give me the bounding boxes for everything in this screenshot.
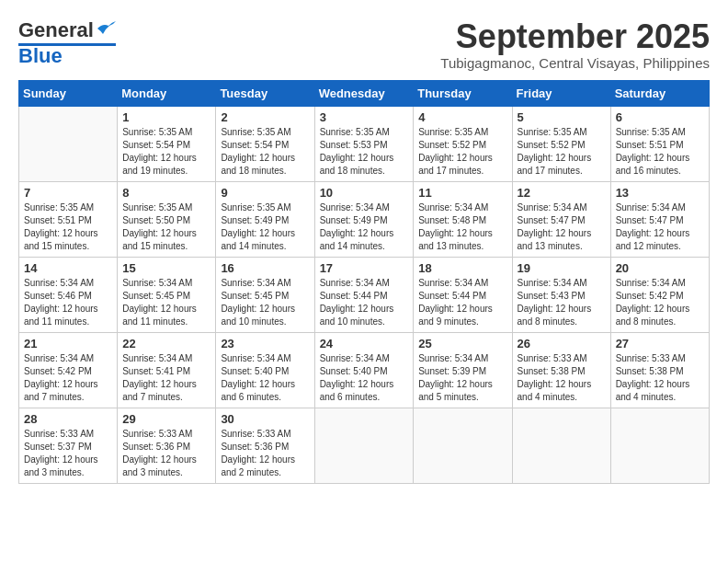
day-info: Sunrise: 5:34 AMSunset: 5:39 PMDaylight:… <box>418 352 506 404</box>
calendar-day-cell: 1Sunrise: 5:35 AMSunset: 5:54 PMDaylight… <box>118 106 216 181</box>
logo-general: General <box>18 18 94 42</box>
calendar-day-cell: 2Sunrise: 5:35 AMSunset: 5:54 PMDaylight… <box>216 106 314 181</box>
day-info: Sunrise: 5:33 AMSunset: 5:38 PMDaylight:… <box>616 352 704 404</box>
day-number: 3 <box>320 110 409 124</box>
day-number: 2 <box>221 110 309 124</box>
calendar-day-cell: 21Sunrise: 5:34 AMSunset: 5:42 PMDayligh… <box>19 332 118 408</box>
day-number: 18 <box>418 261 506 275</box>
page-header: General Blue September 2025 Tubigagmanoc… <box>18 18 710 71</box>
calendar-day-cell: 22Sunrise: 5:34 AMSunset: 5:41 PMDayligh… <box>118 332 216 408</box>
day-number: 22 <box>122 337 210 350</box>
day-number: 17 <box>320 261 409 275</box>
weekday-header-sunday: Sunday <box>19 80 118 106</box>
logo-bird-icon <box>96 21 116 36</box>
calendar-day-cell: 15Sunrise: 5:34 AMSunset: 5:45 PMDayligh… <box>118 257 216 332</box>
day-info: Sunrise: 5:34 AMSunset: 5:47 PMDaylight:… <box>518 201 606 253</box>
weekday-header-friday: Friday <box>512 80 610 106</box>
calendar-day-cell: 8Sunrise: 5:35 AMSunset: 5:50 PMDaylight… <box>118 181 216 257</box>
logo: General Blue <box>18 18 116 66</box>
day-number: 24 <box>320 337 409 350</box>
calendar-day-cell <box>610 408 709 483</box>
calendar-day-cell: 17Sunrise: 5:34 AMSunset: 5:44 PMDayligh… <box>314 257 414 332</box>
calendar-day-cell: 20Sunrise: 5:34 AMSunset: 5:42 PMDayligh… <box>610 257 709 332</box>
day-info: Sunrise: 5:34 AMSunset: 5:42 PMDaylight:… <box>616 277 704 328</box>
day-number: 14 <box>24 261 112 275</box>
calendar-day-cell: 26Sunrise: 5:33 AMSunset: 5:38 PMDayligh… <box>512 332 610 408</box>
day-info: Sunrise: 5:33 AMSunset: 5:37 PMDaylight:… <box>24 428 112 479</box>
calendar-day-cell: 4Sunrise: 5:35 AMSunset: 5:52 PMDaylight… <box>414 106 512 181</box>
day-info: Sunrise: 5:35 AMSunset: 5:49 PMDaylight:… <box>221 201 309 253</box>
calendar-day-cell <box>19 106 118 181</box>
day-number: 15 <box>122 261 210 275</box>
calendar-day-cell: 12Sunrise: 5:34 AMSunset: 5:47 PMDayligh… <box>512 181 610 257</box>
weekday-header-monday: Monday <box>118 80 216 106</box>
title-block: September 2025 Tubigagmanoc, Central Vis… <box>440 18 710 71</box>
day-info: Sunrise: 5:34 AMSunset: 5:44 PMDaylight:… <box>418 277 506 328</box>
calendar-day-cell <box>414 408 512 483</box>
calendar-week-row: 7Sunrise: 5:35 AMSunset: 5:51 PMDaylight… <box>19 181 710 257</box>
calendar-header-row: SundayMondayTuesdayWednesdayThursdayFrid… <box>19 80 710 106</box>
weekday-header-thursday: Thursday <box>414 80 512 106</box>
calendar-day-cell: 18Sunrise: 5:34 AMSunset: 5:44 PMDayligh… <box>414 257 512 332</box>
calendar-day-cell: 10Sunrise: 5:34 AMSunset: 5:49 PMDayligh… <box>314 181 414 257</box>
calendar-day-cell: 28Sunrise: 5:33 AMSunset: 5:37 PMDayligh… <box>19 408 118 483</box>
weekday-header-wednesday: Wednesday <box>314 80 414 106</box>
day-number: 5 <box>518 110 606 124</box>
day-info: Sunrise: 5:35 AMSunset: 5:54 PMDaylight:… <box>122 126 210 178</box>
day-number: 23 <box>221 337 309 350</box>
day-info: Sunrise: 5:35 AMSunset: 5:54 PMDaylight:… <box>221 126 309 178</box>
day-info: Sunrise: 5:35 AMSunset: 5:52 PMDaylight:… <box>418 126 506 178</box>
day-info: Sunrise: 5:34 AMSunset: 5:40 PMDaylight:… <box>221 352 309 404</box>
day-info: Sunrise: 5:34 AMSunset: 5:44 PMDaylight:… <box>320 277 409 328</box>
day-number: 12 <box>518 186 606 200</box>
calendar-day-cell: 29Sunrise: 5:33 AMSunset: 5:36 PMDayligh… <box>118 408 216 483</box>
day-number: 19 <box>518 261 606 275</box>
calendar-day-cell: 24Sunrise: 5:34 AMSunset: 5:40 PMDayligh… <box>314 332 414 408</box>
day-info: Sunrise: 5:35 AMSunset: 5:52 PMDaylight:… <box>518 126 606 178</box>
day-number: 9 <box>221 186 309 200</box>
calendar-day-cell: 13Sunrise: 5:34 AMSunset: 5:47 PMDayligh… <box>610 181 709 257</box>
day-info: Sunrise: 5:34 AMSunset: 5:41 PMDaylight:… <box>122 352 210 404</box>
weekday-header-saturday: Saturday <box>610 80 709 106</box>
calendar-day-cell: 30Sunrise: 5:33 AMSunset: 5:36 PMDayligh… <box>216 408 314 483</box>
day-info: Sunrise: 5:34 AMSunset: 5:46 PMDaylight:… <box>24 277 112 328</box>
day-info: Sunrise: 5:34 AMSunset: 5:43 PMDaylight:… <box>518 277 606 328</box>
day-info: Sunrise: 5:35 AMSunset: 5:50 PMDaylight:… <box>122 201 210 253</box>
day-info: Sunrise: 5:35 AMSunset: 5:51 PMDaylight:… <box>616 126 704 178</box>
day-info: Sunrise: 5:34 AMSunset: 5:42 PMDaylight:… <box>24 352 112 404</box>
calendar-day-cell: 23Sunrise: 5:34 AMSunset: 5:40 PMDayligh… <box>216 332 314 408</box>
day-number: 21 <box>24 337 112 350</box>
day-info: Sunrise: 5:34 AMSunset: 5:45 PMDaylight:… <box>221 277 309 328</box>
calendar-day-cell: 7Sunrise: 5:35 AMSunset: 5:51 PMDaylight… <box>19 181 118 257</box>
calendar-week-row: 21Sunrise: 5:34 AMSunset: 5:42 PMDayligh… <box>19 332 710 408</box>
calendar-day-cell: 19Sunrise: 5:34 AMSunset: 5:43 PMDayligh… <box>512 257 610 332</box>
day-number: 30 <box>221 412 309 426</box>
calendar-day-cell <box>314 408 414 483</box>
calendar-day-cell: 9Sunrise: 5:35 AMSunset: 5:49 PMDaylight… <box>216 181 314 257</box>
month-title: September 2025 <box>440 18 710 55</box>
day-info: Sunrise: 5:33 AMSunset: 5:36 PMDaylight:… <box>221 428 309 479</box>
day-number: 26 <box>518 337 606 350</box>
calendar-table: SundayMondayTuesdayWednesdayThursdayFrid… <box>18 80 710 484</box>
day-info: Sunrise: 5:34 AMSunset: 5:48 PMDaylight:… <box>418 201 506 253</box>
calendar-day-cell: 11Sunrise: 5:34 AMSunset: 5:48 PMDayligh… <box>414 181 512 257</box>
day-number: 4 <box>418 110 506 124</box>
day-number: 13 <box>616 186 704 200</box>
day-number: 10 <box>320 186 409 200</box>
calendar-day-cell: 5Sunrise: 5:35 AMSunset: 5:52 PMDaylight… <box>512 106 610 181</box>
day-info: Sunrise: 5:33 AMSunset: 5:36 PMDaylight:… <box>122 428 210 479</box>
calendar-day-cell: 16Sunrise: 5:34 AMSunset: 5:45 PMDayligh… <box>216 257 314 332</box>
day-info: Sunrise: 5:35 AMSunset: 5:51 PMDaylight:… <box>24 201 112 253</box>
day-info: Sunrise: 5:35 AMSunset: 5:53 PMDaylight:… <box>320 126 409 178</box>
day-number: 27 <box>616 337 704 350</box>
calendar-day-cell: 14Sunrise: 5:34 AMSunset: 5:46 PMDayligh… <box>19 257 118 332</box>
location-title: Tubigagmanoc, Central Visayas, Philippin… <box>440 55 710 71</box>
weekday-header-tuesday: Tuesday <box>216 80 314 106</box>
calendar-week-row: 1Sunrise: 5:35 AMSunset: 5:54 PMDaylight… <box>19 106 710 181</box>
day-info: Sunrise: 5:34 AMSunset: 5:45 PMDaylight:… <box>122 277 210 328</box>
day-number: 11 <box>418 186 506 200</box>
day-number: 20 <box>616 261 704 275</box>
calendar-week-row: 28Sunrise: 5:33 AMSunset: 5:37 PMDayligh… <box>19 408 710 483</box>
calendar-day-cell: 25Sunrise: 5:34 AMSunset: 5:39 PMDayligh… <box>414 332 512 408</box>
day-info: Sunrise: 5:33 AMSunset: 5:38 PMDaylight:… <box>518 352 606 404</box>
